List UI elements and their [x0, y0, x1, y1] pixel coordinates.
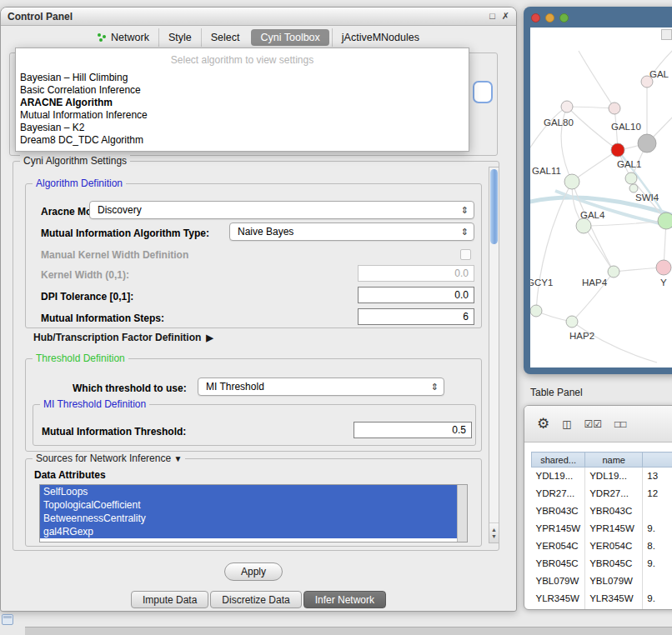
minimize-light-icon[interactable]	[545, 13, 554, 22]
table-cell: 8.	[643, 538, 672, 555]
list-scrollbar[interactable]	[457, 485, 467, 542]
tab-select[interactable]: Select	[201, 28, 249, 47]
mode-tab-impute-data[interactable]: Impute Data	[131, 591, 208, 608]
deselect-all-icon[interactable]: □□	[614, 419, 627, 429]
table-cell: YBR045C	[585, 555, 643, 572]
algorithm-option-basic-correlation-inference[interactable]: Basic Correlation Inference	[16, 84, 469, 97]
network-node[interactable]	[564, 174, 579, 189]
gear-icon[interactable]: ⚙	[537, 417, 549, 431]
table-cell: 13	[643, 468, 672, 485]
tab-style[interactable]: Style	[158, 28, 201, 47]
window-controls: □ ✗	[489, 11, 509, 22]
attribute-item-betweennesscentrality[interactable]: BetweennessCentrality	[40, 512, 457, 525]
aracne-mode-select[interactable]: Discovery ⇕	[89, 201, 474, 219]
settings-scrollbar[interactable]: ▲ ▼	[489, 167, 499, 543]
table-cell: YDL19...	[532, 468, 585, 485]
apply-button[interactable]: Apply	[224, 562, 283, 581]
table-cell: 12	[643, 485, 672, 502]
table-row[interactable]: YBR045CYBR045C9.	[532, 555, 672, 572]
mi-algorithm-type-select[interactable]: Naive Bayes ⇕	[229, 222, 474, 241]
table-row[interactable]: YER054CYER054C8.	[532, 538, 672, 555]
network-node[interactable]	[638, 134, 656, 152]
columns-icon[interactable]: ◫	[562, 419, 571, 429]
network-node[interactable]	[566, 316, 578, 328]
close-window-icon[interactable]: ✗	[502, 11, 509, 22]
tab-cyni-toolbox[interactable]: Cyni Toolbox	[251, 29, 328, 46]
mi-threshold-input[interactable]: 0.5	[354, 422, 472, 438]
mi-steps-input[interactable]: 6	[358, 308, 474, 325]
network-node[interactable]	[658, 212, 672, 229]
attribute-item-topologicalcoefficient[interactable]: TopologicalCoefficient	[40, 498, 457, 512]
float-window-icon[interactable]: □	[489, 11, 495, 22]
control-panel-titlebar[interactable]: Control Panel □ ✗	[1, 8, 516, 26]
table-cell	[643, 608, 672, 611]
column-header[interactable]	[643, 452, 672, 468]
table-cell: YLR345W	[532, 590, 585, 608]
attribute-item-selfloops[interactable]: SelfLoops	[40, 485, 457, 498]
table-cell: YBR045C	[532, 555, 585, 572]
table-row[interactable]: YDL19...YDL19...13	[532, 468, 672, 485]
column-header[interactable]: shared...	[532, 452, 585, 468]
sources-title-text: Sources for Network Inference	[36, 452, 171, 464]
network-node[interactable]	[629, 184, 638, 192]
network-node[interactable]	[576, 218, 591, 233]
close-light-icon[interactable]	[531, 13, 540, 22]
algorithm-option-mutual-information-inference[interactable]: Mutual Information Inference	[16, 109, 469, 122]
data-attributes-items: SelfLoopsTopologicalCoefficientBetweenne…	[40, 485, 457, 542]
table-panel-toolbar: ⚙◫☑☑□□	[524, 406, 672, 442]
kernel-width-label: Kernel Width (0,1):	[41, 269, 129, 281]
table-cell: YER054C	[532, 538, 585, 555]
network-canvas[interactable]: GALGAL80GAL10GAL11GAL1SWI4GAL4GCY1HAP4YH…	[530, 28, 672, 368]
kernel-width-input[interactable]: 0.0	[358, 265, 474, 282]
sources-group-title[interactable]: Sources for Network Inference ▼	[33, 452, 185, 464]
algorithm-option-bayesian-hill-climbing[interactable]: Bayesian – Hill Climbing	[16, 72, 469, 84]
scroll-up-icon[interactable]: ▲	[491, 527, 497, 532]
manual-kernel-width-label: Manual Kernel Width Definition	[41, 249, 188, 261]
minimized-window-icon[interactable]	[2, 614, 13, 625]
tab-network[interactable]: Network	[88, 28, 158, 47]
table-row[interactable]: YBL079WYBL079W	[532, 572, 672, 590]
network-node[interactable]	[561, 101, 573, 112]
table-row[interactable]: YIL052CYIL052C	[532, 608, 672, 611]
algorithm-option-dream8-dc-tdc-algorithm[interactable]: Dream8 DC_TDC Algorithm	[16, 134, 469, 147]
which-threshold-select[interactable]: MI Threshold ⇕	[198, 378, 444, 396]
network-node[interactable]	[530, 305, 542, 317]
table-row[interactable]: YLR345WYLR345W9.	[532, 590, 672, 608]
expanded-arrow-icon: ▼	[173, 454, 182, 463]
zoom-light-icon[interactable]	[559, 13, 569, 22]
network-node[interactable]	[611, 143, 624, 157]
network-node[interactable]	[656, 260, 671, 275]
network-edge	[584, 226, 614, 272]
network-view-window: GALGAL80GAL10GAL11GAL1SWI4GAL4GCY1HAP4YH…	[524, 7, 672, 374]
table-cell: YPR145W	[585, 520, 643, 538]
select-all-icon[interactable]: ☑☑	[584, 419, 603, 429]
help-button-fragment[interactable]	[473, 81, 493, 103]
manual-kernel-width-checkbox[interactable]	[460, 249, 471, 260]
table-cell: YER054C	[585, 538, 643, 555]
table-row[interactable]: YPR145WYPR145W9.	[532, 520, 672, 538]
tab-jactivemnodules[interactable]: jActiveMNodules	[332, 28, 429, 47]
table-cell: YIL052C	[532, 608, 585, 611]
algorithm-option-bayesian-k2[interactable]: Bayesian – K2	[16, 122, 469, 134]
column-header[interactable]: name	[585, 452, 643, 468]
which-threshold-label: Which threshold to use:	[73, 382, 187, 394]
scrollbar-thumb[interactable]	[490, 169, 498, 244]
table-row[interactable]: YBR043CYBR043C	[532, 502, 672, 520]
algorithm-option-aracne-algorithm[interactable]: ARACNE Algorithm	[16, 97, 469, 109]
hub-definition-toggle[interactable]: Hub/Transcription Factor Definition ▶	[33, 332, 213, 343]
dpi-tolerance-input[interactable]: 0.0	[358, 287, 474, 303]
attribute-item-gal4rgexp[interactable]: gal4RGexp	[40, 525, 457, 538]
cyni-mode-tabs: Impute DataDiscretize DataInfer Network	[1, 591, 516, 608]
network-edge	[572, 322, 657, 362]
mode-tab-infer-network[interactable]: Infer Network	[303, 591, 386, 608]
network-node[interactable]	[625, 172, 637, 184]
canvas-scrollbar-stub[interactable]	[661, 29, 672, 40]
node-label: GAL1	[617, 159, 641, 169]
network-node[interactable]	[609, 102, 620, 114]
mode-tab-discretize-data[interactable]: Discretize Data	[210, 591, 301, 608]
window-traffic-lights	[531, 13, 569, 22]
table-cell: YLR345W	[585, 590, 643, 608]
network-node[interactable]	[608, 266, 619, 278]
table-row[interactable]: YDR27...YDR27...12	[532, 485, 672, 502]
scroll-down-icon[interactable]: ▼	[491, 533, 497, 539]
